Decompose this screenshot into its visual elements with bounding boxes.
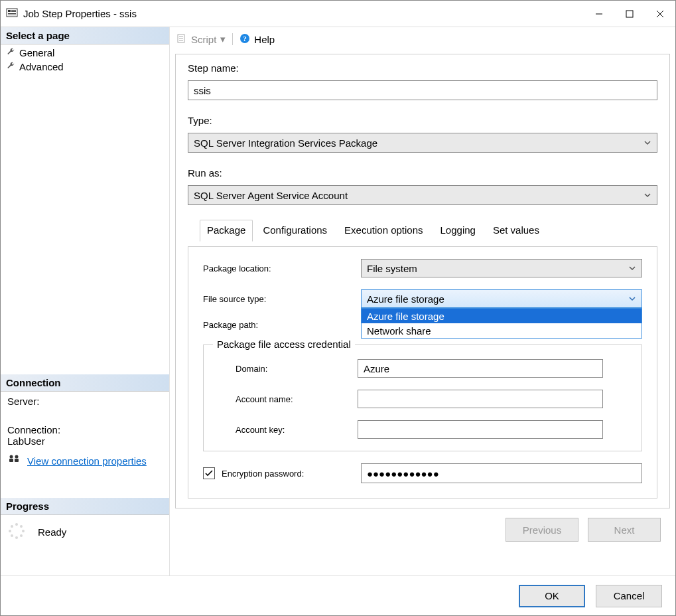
pager-row: Previous Next: [170, 511, 675, 548]
toolbar: Script ▾ ? Help: [170, 27, 675, 51]
tab-set-values[interactable]: Set values: [486, 220, 547, 242]
account-key-input[interactable]: [358, 420, 603, 439]
svg-point-16: [22, 530, 25, 532]
left-pane: Select a page General Advanced Connectio…: [1, 27, 170, 576]
svg-rect-5: [8, 15, 16, 15]
encryption-password-checkbox[interactable]: [203, 467, 215, 479]
spinner-icon: [7, 522, 26, 542]
toolbar-separator: [232, 33, 233, 45]
window-title: Job Step Properties - ssis: [23, 8, 137, 19]
package-location-label: Package location:: [203, 264, 356, 273]
type-combo[interactable]: SQL Server Integration Services Package: [188, 133, 657, 153]
nav-label: General: [19, 47, 54, 58]
tab-logging[interactable]: Logging: [433, 220, 483, 242]
progress-status: Ready: [38, 526, 66, 538]
chevron-down-icon: [628, 263, 636, 274]
view-connection-properties-link[interactable]: View connection properties: [27, 455, 147, 467]
right-pane: Script ▾ ? Help Step name: Type: SQL Ser…: [170, 27, 675, 576]
wrench-icon: [6, 61, 15, 72]
script-button[interactable]: Script: [191, 34, 216, 45]
svg-text:?: ?: [243, 35, 247, 42]
tab-package[interactable]: Package: [200, 220, 253, 242]
previous-button[interactable]: Previous: [506, 518, 578, 542]
run-as-value: SQL Server Agent Service Account: [194, 190, 348, 201]
chevron-down-icon: [628, 293, 636, 305]
titlebar-left: Job Step Properties - ssis: [6, 7, 137, 21]
account-name-label: Account name:: [217, 394, 350, 404]
connection-value: LabUser: [7, 435, 163, 447]
file-source-type-value: Azure file storage: [367, 293, 444, 305]
next-button[interactable]: Next: [588, 518, 661, 542]
svg-rect-4: [8, 13, 16, 14]
type-label: Type:: [188, 115, 657, 126]
svg-rect-1: [8, 10, 11, 12]
server-label: Server:: [7, 396, 163, 407]
run-as-label: Run as:: [188, 167, 657, 179]
tab-configurations[interactable]: Configurations: [255, 220, 334, 242]
help-label: Help: [254, 34, 275, 45]
chevron-down-icon: [643, 137, 651, 149]
titlebar: Job Step Properties - ssis: [1, 1, 675, 27]
tab-execution-options[interactable]: Execution options: [337, 220, 430, 242]
file-source-type-dropdown: Azure file storage Network share: [361, 308, 642, 339]
tabbar: Package Configurations Execution options…: [188, 220, 657, 242]
action-bar: OK Cancel: [1, 576, 675, 615]
dropdown-item-network-share[interactable]: Network share: [362, 323, 642, 338]
connection-header: Connection: [1, 374, 169, 392]
connection-label: Connection:: [7, 424, 163, 435]
titlebar-controls: [584, 4, 675, 24]
credential-fieldset: Package file access credential Domain: A…: [203, 345, 642, 451]
window-root: Job Step Properties - ssis Select a page: [0, 0, 676, 616]
svg-point-14: [15, 523, 18, 526]
help-button[interactable]: ? Help: [239, 33, 275, 46]
domain-label: Domain:: [217, 364, 350, 374]
nav-label: Advanced: [19, 61, 64, 72]
dropdown-item-azure-file-storage[interactable]: Azure file storage: [362, 309, 642, 323]
svg-point-18: [15, 536, 18, 539]
minimize-button[interactable]: [584, 4, 614, 24]
svg-point-15: [20, 525, 23, 528]
script-dropdown-arrow-icon[interactable]: ▾: [220, 33, 226, 45]
step-name-input[interactable]: [188, 80, 657, 100]
credential-legend: Package file access credential: [213, 339, 355, 350]
step-name-label: Step name:: [188, 62, 657, 74]
svg-point-17: [20, 534, 23, 537]
account-key-label: Account key:: [217, 425, 350, 435]
ok-button[interactable]: OK: [519, 585, 585, 607]
svg-point-12: [15, 455, 19, 459]
svg-rect-0: [7, 9, 17, 17]
connection-properties-icon: [7, 453, 21, 469]
svg-rect-13: [15, 459, 19, 462]
progress-header: Progress: [1, 498, 169, 515]
cancel-button[interactable]: Cancel: [596, 585, 662, 607]
client-area: Select a page General Advanced Connectio…: [1, 27, 675, 576]
maximize-button[interactable]: [614, 4, 645, 24]
left-spacer: [1, 75, 169, 374]
progress-body: Ready: [1, 515, 169, 549]
package-location-combo[interactable]: File system: [361, 259, 642, 277]
script-icon: [176, 33, 187, 46]
close-button[interactable]: [645, 4, 675, 24]
tab-pane-package: Package location: File system File sourc…: [188, 246, 657, 499]
encryption-password-check-wrap: Encryption password:: [203, 467, 356, 479]
encryption-password-label: Encryption password:: [222, 469, 304, 479]
svg-point-21: [11, 525, 13, 528]
file-source-type-combo[interactable]: Azure file storage Azure file storage Ne…: [361, 289, 642, 308]
app-icon: [6, 7, 18, 21]
run-as-combo[interactable]: SQL Server Agent Service Account: [188, 185, 657, 205]
encryption-password-input[interactable]: [361, 463, 642, 483]
select-page-header: Select a page: [1, 27, 169, 44]
right-body: Step name: Type: SQL Server Integration …: [175, 54, 670, 508]
account-name-input[interactable]: [358, 390, 603, 408]
connection-body: Server: Connection: LabUser View connect…: [1, 392, 169, 478]
svg-point-20: [9, 530, 11, 532]
svg-point-19: [11, 534, 13, 537]
nav-item-advanced[interactable]: Advanced: [6, 60, 164, 74]
svg-rect-11: [9, 459, 13, 462]
nav-item-general[interactable]: General: [6, 46, 164, 60]
nav-list: General Advanced: [1, 44, 169, 75]
package-location-value: File system: [367, 263, 417, 274]
chevron-down-icon: [643, 190, 651, 201]
domain-input[interactable]: [358, 359, 603, 378]
svg-rect-3: [11, 11, 16, 12]
